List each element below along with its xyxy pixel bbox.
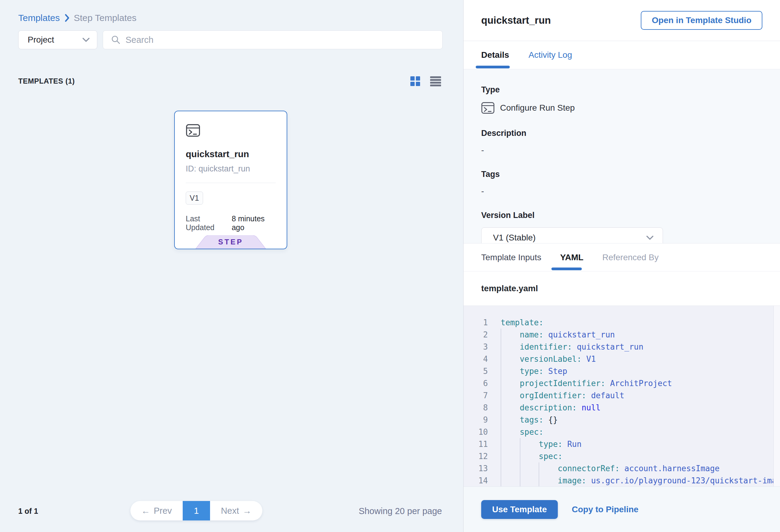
run-step-icon [186,124,200,137]
yaml-line-text: spec: [501,450,563,463]
per-page-label: Showing 20 per page [359,506,442,516]
yaml-line: 5 type: Step [464,365,780,377]
breadcrumb-templates-link[interactable]: Templates [18,13,60,23]
indent-guide [539,463,539,486]
tab-template-inputs[interactable]: Template Inputs [481,253,541,262]
yaml-line-text: template: [501,317,543,329]
breadcrumb-current: Step Templates [74,13,137,23]
last-updated-label: Last Updated [186,214,227,232]
line-number: 12 [464,450,488,463]
active-tab-indicator [476,66,510,68]
template-details-panel: quickstart_run Open in Template Studio D… [464,0,780,532]
line-number: 9 [464,414,488,426]
yaml-line: 3 identifier: quickstart_run [464,341,780,353]
page-1-button[interactable]: 1 [183,501,210,521]
template-card[interactable]: quickstart_run ID: quickstart_run V1 Las… [174,111,287,249]
yaml-line: 2 name: quickstart_run [464,329,780,341]
yaml-line: 4 versionLabel: V1 [464,353,780,365]
open-template-studio-button[interactable]: Open in Template Studio [641,11,762,30]
yaml-line-text: tags: {} [501,414,558,426]
details-header: quickstart_run Open in Template Studio [464,0,780,41]
details-sub-tabs: Template Inputs YAML Referenced By [464,243,780,271]
yaml-line-text: type: Run [501,438,582,450]
yaml-line-text: connectorRef: account.harnessImage [501,463,720,475]
chevron-right-icon [64,14,69,22]
line-number: 2 [464,329,488,341]
grid-view-button[interactable] [409,75,421,88]
prev-label: Prev [154,506,172,516]
description-field: Description - [481,129,762,155]
copy-to-pipeline-link[interactable]: Copy to Pipeline [572,504,638,514]
tags-field: Tags - [481,170,762,196]
yaml-line: 11 type: Run [464,438,780,450]
template-card-body: quickstart_run ID: quickstart_run V1 Las… [175,111,287,232]
tab-referenced-by[interactable]: Referenced By [602,253,659,262]
search-icon [111,35,121,45]
next-label: Next [221,506,239,516]
template-card-id: ID: quickstart_run [186,164,276,174]
yaml-line-text: spec: [501,426,543,438]
line-number: 3 [464,341,488,353]
list-footer: 1 of 1 ← Prev 1 Next → Showing 20 per pa… [0,501,463,521]
yaml-lines: 1template:2 name: quickstart_run3 identi… [464,317,780,486]
yaml-line: 9 tags: {} [464,414,780,426]
details-title: quickstart_run [481,14,551,26]
prev-arrow-icon: ← [141,506,150,516]
indent-guide [501,329,501,486]
line-number: 5 [464,365,488,377]
yaml-line-text: versionLabel: V1 [501,353,596,365]
tab-details[interactable]: Details [481,50,509,60]
yaml-line-text: description: null [501,401,601,414]
version-badge: V1 [186,192,203,205]
yaml-file-title: template.yaml [481,284,538,293]
line-number: 8 [464,401,488,414]
next-page-button[interactable]: Next → [210,501,262,521]
type-value: Configure Run Step [500,103,575,113]
scope-select[interactable]: Project [18,31,97,49]
line-number: 1 [464,317,488,329]
yaml-line-text: type: Step [501,365,567,377]
tab-activity-log[interactable]: Activity Log [529,50,572,60]
line-number: 13 [464,463,488,475]
search-input[interactable] [126,35,435,45]
prev-page-button[interactable]: ← Prev [131,501,183,521]
yaml-file-header: template.yaml [464,271,780,305]
line-number: 7 [464,389,488,401]
line-number: 4 [464,353,488,365]
list-view-button[interactable] [429,75,442,88]
tags-value: - [481,186,762,196]
yaml-line-text: image: us.gcr.io/playground-123/quicksta… [501,475,780,486]
chevron-down-icon [82,37,90,42]
yaml-line-text: identifier: quickstart_run [501,341,643,353]
active-subtab-indicator [551,268,582,270]
yaml-line-text: projectIdentifier: ArchitProject [501,377,672,389]
editor-scrollbar[interactable] [773,306,780,486]
yaml-code: 1template:2 name: quickstart_run3 identi… [464,306,780,486]
breadcrumb: Templates Step Templates [0,0,463,23]
version-label: Version Label [481,211,762,220]
yaml-line-text: orgIdentifier: default [501,389,624,401]
next-arrow-icon: → [243,506,251,516]
template-card-title: quickstart_run [186,149,276,159]
yaml-line: 12 spec: [464,450,780,463]
tab-yaml[interactable]: YAML [560,253,584,262]
list-header: TEMPLATES (1) [0,49,463,88]
use-template-button[interactable]: Use Template [481,500,558,519]
type-field: Type Configure Run Step [481,85,762,114]
yaml-line: 1template: [464,317,780,329]
view-toggles [409,75,442,88]
yaml-editor[interactable]: 1template:2 name: quickstart_run3 identi… [464,305,780,486]
line-number: 6 [464,377,488,389]
search-box[interactable] [103,31,443,49]
scope-select-value: Project [28,35,54,45]
templates-list-panel: Templates Step Templates Project TEMPLAT… [0,0,464,532]
line-number: 14 [464,475,488,486]
run-step-icon [481,102,495,114]
details-tabs: Details Activity Log [464,41,780,69]
line-number: 10 [464,426,488,438]
last-updated-row: Last Updated 8 minutes ago [186,214,276,232]
line-number: 11 [464,438,488,450]
ribbon-label: STEP [195,238,266,246]
version-label-field: Version Label V1 (Stable) [481,211,762,248]
version-select-value: V1 (Stable) [493,233,536,243]
